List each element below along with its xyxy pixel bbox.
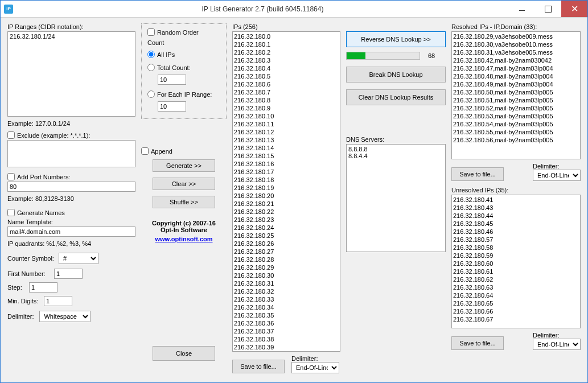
list-item[interactable]: 216.32.180.55,mail-by2nam03lp005 [453, 128, 579, 136]
list-item[interactable]: 216.32.180.38 [234, 335, 339, 343]
min-digits-input[interactable] [44, 296, 72, 306]
ips-delimiter-select[interactable]: End-Of-Line [291, 362, 339, 373]
list-item[interactable]: 216.32.180.53,mail-by2nam03lp005 [453, 112, 579, 120]
unresolved-delimiter-select[interactable]: End-Of-Line [533, 339, 581, 350]
list-item[interactable]: 216.32.180.51,mail-by2nam03lp005 [453, 96, 579, 104]
list-item[interactable]: 216.32.180.50,mail-by2nam03lp005 [453, 88, 579, 96]
resolved-save-button[interactable]: Save to file... [451, 167, 504, 181]
list-item[interactable]: 216.32.180.36 [234, 319, 339, 327]
list-item[interactable]: 216.32.180.26 [234, 240, 339, 248]
list-item[interactable]: 216.32.180.19 [234, 184, 339, 192]
list-item[interactable]: 216.32.180.16 [234, 160, 339, 168]
list-item[interactable]: 216.32.180.58 [453, 244, 579, 252]
list-item[interactable]: 216.32.180.31,va3ehsobe005.mess [453, 48, 579, 56]
list-item[interactable]: 216.32.180.14 [234, 144, 339, 152]
exclude-checkbox[interactable] [7, 131, 15, 139]
list-item[interactable]: 216.32.180.29,va3ehsobe009.mess [453, 32, 579, 40]
list-item[interactable]: 216.32.180.12 [234, 128, 339, 136]
list-item[interactable]: 216.32.180.60 [453, 260, 579, 267]
list-item[interactable]: 216.32.180.32 [234, 287, 339, 295]
list-item[interactable]: 216.32.180.0 [234, 32, 339, 40]
list-item[interactable]: 216.32.180.31 [234, 279, 339, 287]
ips-listbox[interactable]: 216.32.180.0216.32.180.1216.32.180.2216.… [232, 31, 340, 352]
add-port-checkbox[interactable] [7, 173, 15, 180]
list-item[interactable]: 216.32.180.28 [234, 256, 339, 263]
ip-ranges-input[interactable] [7, 31, 135, 117]
list-item[interactable]: 216.32.180.4 [234, 64, 339, 72]
random-order-checkbox[interactable] [147, 28, 155, 36]
list-item[interactable]: 216.32.180.22 [234, 208, 339, 216]
unresolved-listbox[interactable]: 216.32.180.41216.32.180.43216.32.180.442… [451, 195, 581, 328]
list-item[interactable]: 216.32.180.56,mail-by2nam03lp005 [453, 136, 579, 144]
list-item[interactable]: 216.32.180.27 [234, 248, 339, 256]
list-item[interactable]: 216.32.180.67 [453, 315, 579, 323]
dns-servers-input[interactable] [346, 144, 446, 252]
list-item[interactable]: 216.32.180.66 [453, 307, 579, 315]
ips-save-button[interactable]: Save to file... [232, 360, 285, 373]
resolved-listbox[interactable]: 216.32.180.29,va3ehsobe009.mess216.32.18… [451, 31, 581, 159]
for-each-input[interactable] [158, 101, 186, 112]
list-item[interactable]: 216.32.180.23 [234, 216, 339, 224]
first-number-input[interactable] [54, 269, 83, 279]
break-dns-button[interactable]: Break DNS Lookup [346, 67, 446, 83]
list-item[interactable]: 216.32.180.18 [234, 176, 339, 184]
clear-button[interactable]: Clear >> [153, 178, 215, 190]
list-item[interactable]: 216.32.180.29 [234, 263, 339, 271]
list-item[interactable]: 216.32.180.20 [234, 192, 339, 200]
list-item[interactable]: 216.32.180.64 [453, 291, 579, 299]
close-window-button[interactable]: ✕ [561, 1, 587, 17]
list-item[interactable]: 216.32.180.7 [234, 88, 339, 96]
list-item[interactable]: 216.32.180.54,mail-by2nam03lp005 [453, 120, 579, 128]
list-item[interactable]: 216.32.180.46 [453, 228, 579, 236]
list-item[interactable]: 216.32.180.30,va3ehsobe010.mess [453, 40, 579, 48]
maximize-button[interactable] [535, 1, 561, 17]
list-item[interactable]: 216.32.180.13 [234, 136, 339, 144]
delimiter-select[interactable]: Whitespace [39, 311, 91, 322]
counter-symbol-select[interactable]: # [59, 253, 98, 264]
list-item[interactable]: 216.32.180.25 [234, 232, 339, 240]
total-count-radio[interactable] [147, 64, 155, 71]
list-item[interactable]: 216.32.180.17 [234, 168, 339, 176]
clear-dns-button[interactable]: Clear DNS Lookup Results [346, 89, 446, 105]
list-item[interactable]: 216.32.180.11 [234, 120, 339, 128]
list-item[interactable]: 216.32.180.21 [234, 200, 339, 208]
list-item[interactable]: 216.32.180.24 [234, 224, 339, 232]
list-item[interactable]: 216.32.180.59 [453, 252, 579, 260]
list-item[interactable]: 216.32.180.6 [234, 80, 339, 88]
minimize-button[interactable] [509, 1, 535, 17]
list-item[interactable]: 216.32.180.9 [234, 104, 339, 112]
append-checkbox[interactable] [141, 147, 149, 155]
exclude-input[interactable] [7, 140, 135, 167]
list-item[interactable]: 216.32.180.33 [234, 295, 339, 303]
for-each-radio[interactable] [147, 90, 155, 98]
list-item[interactable]: 216.32.180.52,mail-by2nam03lp005 [453, 104, 579, 112]
reverse-dns-button[interactable]: Reverse DNS Lookup >> [346, 31, 446, 47]
list-item[interactable]: 216.32.180.35 [234, 311, 339, 319]
unresolved-save-button[interactable]: Save to file... [451, 336, 504, 350]
generate-button[interactable]: Generate >> [153, 159, 215, 172]
close-button[interactable]: Close [153, 346, 215, 361]
list-item[interactable]: 216.32.180.48,mail-by2nam03lp004 [453, 72, 579, 80]
list-item[interactable]: 216.32.180.1 [234, 40, 339, 48]
list-item[interactable]: 216.32.180.47,mail-by2nam03lp004 [453, 64, 579, 72]
port-input[interactable] [7, 182, 135, 192]
list-item[interactable]: 216.32.180.34 [234, 303, 339, 311]
list-item[interactable]: 216.32.180.8 [234, 96, 339, 104]
list-item[interactable]: 216.32.180.43 [453, 204, 579, 212]
list-item[interactable]: 216.32.180.10 [234, 112, 339, 120]
list-item[interactable]: 216.32.180.30 [234, 271, 339, 279]
list-item[interactable]: 216.32.180.37 [234, 327, 339, 335]
list-item[interactable]: 216.32.180.5 [234, 72, 339, 80]
list-item[interactable]: 216.32.180.65 [453, 299, 579, 307]
list-item[interactable]: 216.32.180.39 [234, 343, 339, 351]
list-item[interactable]: 216.32.180.45 [453, 220, 579, 228]
total-count-input[interactable] [158, 75, 186, 85]
website-link[interactable]: www.optinsoft.com [141, 236, 227, 242]
resolved-delimiter-select[interactable]: End-Of-Line [533, 170, 581, 181]
list-item[interactable]: 216.32.180.3 [234, 56, 339, 64]
name-template-input[interactable] [7, 226, 135, 237]
list-item[interactable]: 216.32.180.61 [453, 267, 579, 275]
all-ips-radio[interactable] [147, 51, 155, 58]
list-item[interactable]: 216.32.180.41 [453, 196, 579, 204]
step-input[interactable] [29, 282, 57, 293]
